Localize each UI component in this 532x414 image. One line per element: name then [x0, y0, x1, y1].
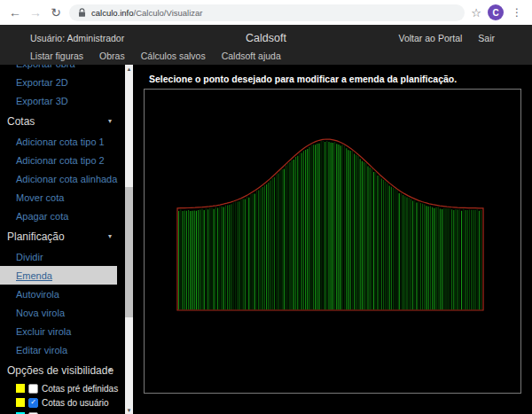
forward-icon[interactable]: →	[28, 6, 43, 19]
section-label: Cotas	[7, 115, 35, 128]
logout-link[interactable]: Sair	[478, 33, 495, 43]
nav-item-0[interactable]: Listar figuras	[30, 51, 83, 61]
sidebar-section-opcoes-de-visibilidade[interactable]: Opções de visibilidade▾	[0, 359, 117, 381]
checkbox-label: Cotas pré definidas	[42, 384, 118, 394]
sidebar-item-nova-virola[interactable]: Nova virola	[0, 303, 117, 322]
planification-figure[interactable]	[145, 90, 520, 393]
bookmark-star-icon[interactable]: ☆	[471, 6, 481, 20]
sidebar-item-adicionar-cota-alinhada[interactable]: Adicionar cota alinhada	[0, 169, 117, 188]
visibility-checkbox[interactable]	[28, 384, 38, 394]
main-nav: Listar figurasObrasCálculos salvosCaldso…	[0, 47, 532, 65]
app-title: Caldsoft	[246, 32, 286, 44]
user-label: Usuário: Administrador	[0, 33, 246, 43]
sidebar-section-planificacao[interactable]: Planificação▾	[0, 225, 117, 247]
viewer-area: Selecione o ponto desejado para modifica…	[133, 65, 532, 414]
chevron-down-icon: ▾	[108, 366, 112, 374]
back-to-portal-link[interactable]: Voltar ao Portal	[399, 33, 463, 43]
section-label: Opções de visibilidade	[7, 364, 113, 377]
checkbox-label: Cotas do usuário	[42, 398, 109, 408]
sidebar-item-adicionar-cota-tipo-1[interactable]: Adicionar cota tipo 1	[0, 132, 117, 151]
sidebar-item-exportar-2d[interactable]: Exportar 2D	[0, 73, 117, 91]
sidebar-item-editar-virola[interactable]: Editar virola	[0, 340, 117, 359]
browser-toolbar: ← → ↻ calculo.info/Calculo/Visualizar ☆ …	[0, 0, 532, 25]
color-swatch	[16, 384, 25, 393]
visibility-row-cotas-do-usuario: ✓Cotas do usuário	[0, 395, 117, 410]
nav-item-2[interactable]: Cálculos salvos	[141, 51, 206, 61]
sidebar-item-adicionar-cota-tipo-2[interactable]: Adicionar cota tipo 2	[0, 151, 117, 169]
visibility-row-cotas-pre-definidas: Cotas pré definidas	[0, 381, 117, 395]
sidebar-scrollbar[interactable]: ▲ ▼	[125, 65, 133, 414]
url-text: calculo.info/Calculo/Visualizar	[91, 8, 203, 18]
drawing-canvas[interactable]	[144, 89, 521, 394]
sidebar-item-exportar-obra[interactable]: Exportar obra	[0, 65, 117, 73]
sidebar-item-emenda[interactable]: Emenda	[0, 266, 117, 285]
back-icon[interactable]: ←	[8, 6, 22, 19]
sidebar-item-autovirola[interactable]: Autovirola	[0, 285, 117, 303]
sidebar-item-mover-cota[interactable]: Mover cota	[0, 188, 117, 207]
sidebar-item-dividir[interactable]: Dividir	[0, 247, 117, 266]
section-label: Planificação	[7, 230, 65, 243]
lock-icon	[78, 8, 86, 18]
reload-icon[interactable]: ↻	[49, 6, 63, 19]
chevron-down-icon: ▾	[108, 232, 112, 240]
app-header: Usuário: Administrador Caldsoft Voltar a…	[0, 25, 532, 65]
visibility-row-partial	[0, 410, 117, 414]
color-swatch	[16, 398, 25, 407]
sidebar-item-apagar-cota[interactable]: Apagar cota	[0, 207, 117, 225]
instruction-message: Selecione o ponto desejado para modifica…	[149, 74, 457, 84]
visibility-checkbox[interactable]: ✓	[28, 398, 38, 408]
sidebar-item-excluir-virola[interactable]: Excluir virola	[0, 322, 117, 340]
address-bar[interactable]: calculo.info/Calculo/Visualizar	[69, 4, 465, 21]
scrollbar-thumb[interactable]	[125, 187, 133, 317]
nav-item-1[interactable]: Obras	[99, 51, 125, 61]
nav-item-3[interactable]: Caldsoft ajuda	[222, 51, 281, 61]
sidebar: Exportar obraExportar 2DExportar 3DCotas…	[0, 65, 133, 414]
chevron-down-icon: ▾	[108, 117, 112, 125]
scroll-down-icon[interactable]: ▼	[125, 406, 133, 414]
browser-menu-icon[interactable]: ⋮	[510, 6, 524, 19]
profile-avatar[interactable]: C	[488, 4, 504, 20]
sidebar-section-cotas[interactable]: Cotas▾	[0, 110, 117, 132]
scroll-up-icon[interactable]: ▲	[125, 65, 133, 74]
sidebar-item-exportar-3d[interactable]: Exportar 3D	[0, 91, 117, 110]
